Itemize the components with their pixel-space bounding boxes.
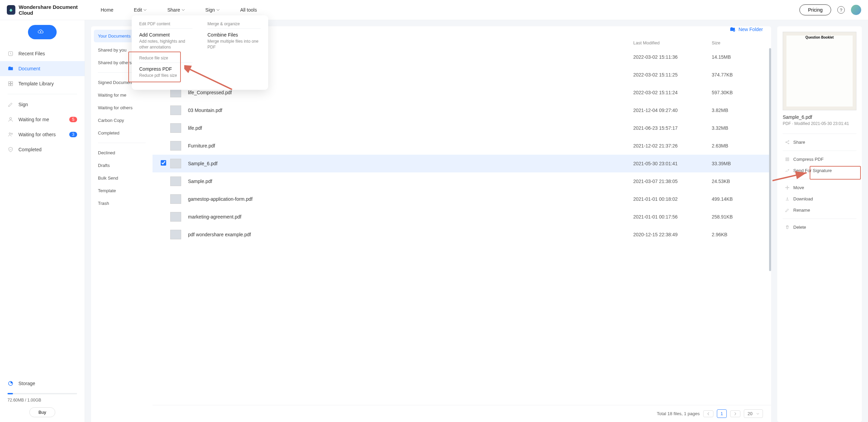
category-item[interactable]: Declined xyxy=(91,146,153,159)
file-row[interactable]: pdf wondershare example.pdf 2020-12-15 2… xyxy=(153,226,771,243)
action-compress-pdf[interactable]: Compress PDF xyxy=(783,154,856,165)
chevron-right-icon xyxy=(734,412,737,416)
file-name: Sample.pdf xyxy=(188,179,633,184)
action-download[interactable]: Download xyxy=(783,193,856,205)
pen-icon xyxy=(8,101,14,108)
pricing-button[interactable]: Pricing xyxy=(799,4,831,15)
file-thumb xyxy=(170,230,181,239)
sidebar-completed[interactable]: Completed xyxy=(0,142,85,157)
col-modified[interactable]: Last Modified xyxy=(633,40,712,45)
svg-rect-14 xyxy=(786,158,789,161)
dropdown-item-compress-pdf[interactable]: Compress PDF Reduce pdf files size xyxy=(139,66,192,79)
file-size: 2.63MB xyxy=(712,143,763,149)
nav-sign[interactable]: Sign xyxy=(205,7,220,13)
file-modified: 2021-01-01 00:17:56 xyxy=(633,214,712,220)
file-modified: 2021-12-02 21:37:26 xyxy=(633,143,712,149)
svg-rect-3 xyxy=(11,82,13,83)
action-move[interactable]: Move xyxy=(783,182,856,193)
file-row[interactable]: gamestop-application-form.pdf 2021-01-01… xyxy=(153,190,771,208)
sidebar-template-library[interactable]: Template Library xyxy=(0,76,85,91)
page-current[interactable]: 1 xyxy=(717,409,727,418)
action-rename[interactable]: Rename xyxy=(783,205,856,216)
action-share[interactable]: Share xyxy=(783,137,856,148)
dropdown-item-add-comment[interactable]: Add Comment Add notes, highlights and ot… xyxy=(139,32,192,50)
folder-plus-icon xyxy=(729,26,736,32)
nav-share[interactable]: Share xyxy=(167,7,185,13)
topbar: Wondershare Document Cloud Home Edit Sha… xyxy=(0,0,868,20)
category-item[interactable]: Waiting for others xyxy=(91,101,153,114)
badge: 3 xyxy=(69,132,77,137)
action-delete[interactable]: Delete xyxy=(783,222,856,233)
brand-logo xyxy=(7,5,15,15)
nav-edit[interactable]: Edit xyxy=(134,7,147,13)
file-preview: Question Booklet xyxy=(783,32,856,110)
file-modified: 2022-03-02 15:11:25 xyxy=(633,72,712,78)
file-rows: Furniture_Compressed.pdf 2022-03-02 15:1… xyxy=(153,48,771,405)
nav-alltools[interactable]: All tools xyxy=(240,7,257,13)
separator xyxy=(139,62,192,63)
file-thumb xyxy=(170,212,181,222)
avatar[interactable] xyxy=(851,5,861,15)
sidebar-storage: Storage xyxy=(0,376,85,391)
svg-rect-5 xyxy=(11,84,13,86)
users-icon xyxy=(8,131,14,138)
buy-button[interactable]: Buy xyxy=(29,407,55,417)
file-modified: 2021-05-30 23:01:41 xyxy=(633,161,712,166)
file-checkbox[interactable] xyxy=(161,160,170,167)
dropdown-head: Merge & organize xyxy=(207,22,261,26)
file-size: 499.14KB xyxy=(712,196,763,202)
col-size[interactable]: Size xyxy=(712,40,763,45)
svg-rect-2 xyxy=(9,82,10,83)
file-size: 3.82MB xyxy=(712,108,763,113)
file-modified: 2021-01-01 00:18:02 xyxy=(633,196,712,202)
category-item[interactable]: Completed xyxy=(91,127,153,139)
preview-title: Sample_6.pdf xyxy=(783,114,856,120)
file-row[interactable]: Sample_6.pdf 2021-05-30 23:01:41 33.39MB xyxy=(153,155,771,172)
separator xyxy=(783,179,856,179)
new-folder-button[interactable]: New Folder xyxy=(729,26,771,36)
clock-icon xyxy=(8,51,14,57)
upload-button[interactable] xyxy=(28,25,57,39)
category-item[interactable]: Waiting for me xyxy=(91,89,153,101)
category-item[interactable]: Carbon Copy xyxy=(91,114,153,127)
file-size: 597.30KB xyxy=(712,90,763,95)
sidebar-waiting-for-others[interactable]: Waiting for others3 xyxy=(0,127,85,142)
file-thumb xyxy=(170,141,181,151)
file-row[interactable]: 03 Mountain.pdf 2021-12-04 09:27:40 3.82… xyxy=(153,101,771,119)
svg-point-13 xyxy=(788,143,789,144)
category-item[interactable]: Template xyxy=(91,184,153,197)
per-page-select[interactable]: 20 xyxy=(744,409,763,418)
chevron-down-icon xyxy=(756,412,759,415)
right-panel: Question Booklet Sample_6.pdf PDF · Modi… xyxy=(777,26,862,422)
page-prev[interactable] xyxy=(703,410,713,417)
sidebar-document[interactable]: Document xyxy=(0,61,85,76)
chevron-down-icon xyxy=(216,8,220,12)
sidebar-sign[interactable]: Sign xyxy=(0,97,85,112)
scrollbar[interactable] xyxy=(768,48,771,391)
main: Recent Files Document Template Library S… xyxy=(0,20,868,422)
separator xyxy=(139,28,192,29)
top-right: Pricing ? xyxy=(799,4,861,15)
separator xyxy=(8,94,77,94)
file-row[interactable]: Sample.pdf 2021-03-07 21:38:05 24.53KB xyxy=(153,172,771,190)
category-item[interactable]: Drafts xyxy=(91,159,153,172)
file-name: gamestop-application-form.pdf xyxy=(188,196,633,202)
sidebar-waiting-for-me[interactable]: Waiting for me5 xyxy=(0,112,85,127)
sidebar-recent-files[interactable]: Recent Files xyxy=(0,46,85,61)
file-thumb xyxy=(170,123,181,133)
file-row[interactable]: marketing-agreement.pdf 2021-01-01 00:17… xyxy=(153,208,771,226)
page-next[interactable] xyxy=(730,410,740,417)
file-name: 03 Mountain.pdf xyxy=(188,108,633,113)
nav-home[interactable]: Home xyxy=(101,7,113,13)
file-name: Furniture.pdf xyxy=(188,143,633,149)
help-icon[interactable]: ? xyxy=(837,6,845,14)
action-send-signature[interactable]: Send For Signature xyxy=(783,165,856,176)
category-item[interactable]: Bulk Send xyxy=(91,172,153,184)
dropdown-item-combine-files[interactable]: Combine Files Merge multiple files into … xyxy=(207,32,261,50)
file-size: 33.39MB xyxy=(712,161,763,166)
file-row[interactable]: Furniture.pdf 2021-12-02 21:37:26 2.63MB xyxy=(153,137,771,155)
pie-icon xyxy=(8,380,14,386)
file-name: pdf wondershare example.pdf xyxy=(188,232,633,237)
category-item[interactable]: Trash xyxy=(91,197,153,210)
file-row[interactable]: life.pdf 2021-06-23 15:57:17 3.32MB xyxy=(153,119,771,137)
